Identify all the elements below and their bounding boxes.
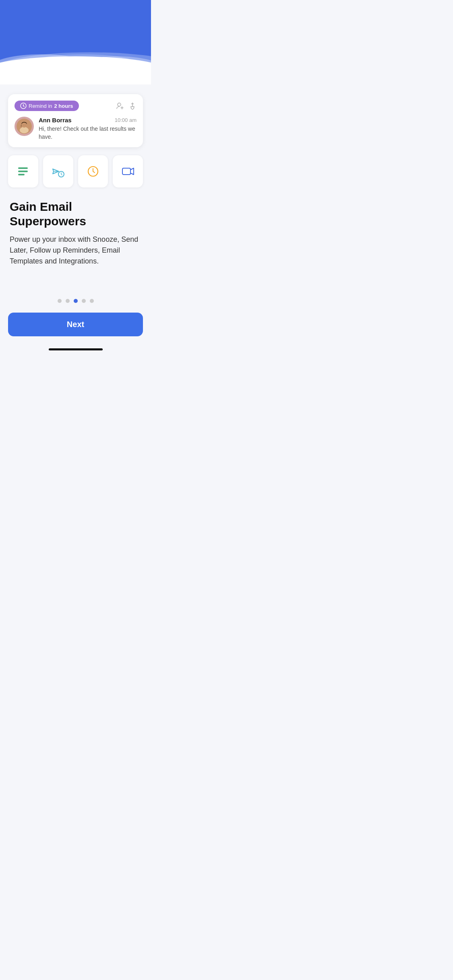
svg-point-1 [23, 105, 24, 106]
dot-1[interactable] [58, 299, 62, 303]
card-header: Remind in 2 hours [14, 101, 137, 111]
video-icon [121, 164, 135, 179]
dot-2[interactable] [66, 299, 70, 303]
remind-text-before: Remind in [29, 103, 52, 109]
email-preview: Hi, there! Check out the last results we… [39, 125, 137, 141]
send-later-icon-card [43, 155, 73, 187]
dot-5[interactable] [90, 299, 94, 303]
send-later-icon [51, 164, 65, 179]
home-indicator [49, 348, 103, 350]
sky-header [0, 0, 151, 84]
template-icon [16, 164, 30, 179]
svg-rect-10 [18, 174, 25, 175]
card-actions [116, 101, 137, 110]
video-icon-card [113, 155, 143, 187]
main-description: Power up your inbox with Snooze, Send La… [10, 234, 141, 267]
svg-point-2 [118, 103, 121, 106]
dot-3-active[interactable] [74, 299, 78, 303]
svg-rect-8 [18, 167, 28, 169]
reminder-icon-card [78, 155, 108, 187]
template-icon-card [8, 155, 38, 187]
svg-rect-9 [18, 171, 28, 172]
email-time: 10:00 am [115, 117, 137, 123]
svg-point-7 [25, 125, 25, 126]
email-info: Ann Borras 10:00 am Hi, there! Check out… [39, 117, 137, 141]
avatar-svg [17, 119, 32, 134]
svg-rect-13 [122, 168, 130, 175]
svg-point-4 [20, 127, 29, 134]
avatar [14, 117, 34, 136]
svg-point-6 [23, 125, 24, 126]
reminder-icon [86, 164, 100, 179]
text-section: Gain Email Superpowers Power up your inb… [8, 200, 143, 267]
remind-badge: Remind in 2 hours [14, 101, 79, 111]
cloud-layer-1 [0, 54, 91, 78]
feature-icons-row [8, 155, 143, 187]
cloud-layer-3 [30, 54, 136, 72]
dot-4[interactable] [82, 299, 86, 303]
email-sender-row: Ann Borras 10:00 am [39, 117, 137, 124]
next-button[interactable]: Next [8, 313, 143, 336]
add-contact-icon[interactable] [116, 101, 124, 110]
sender-name: Ann Borras [39, 117, 72, 124]
pagination-dots [8, 291, 143, 303]
email-card: Remind in 2 hours [8, 94, 143, 147]
pin-icon[interactable] [128, 102, 137, 110]
email-body: Ann Borras 10:00 am Hi, there! Check out… [14, 117, 137, 141]
badge-clock-icon [20, 103, 27, 109]
remind-bold-text: 2 hours [54, 103, 73, 109]
content-area: Remind in 2 hours [0, 84, 151, 348]
main-title: Gain Email Superpowers [10, 200, 141, 229]
cloud-layer-2 [76, 56, 151, 76]
